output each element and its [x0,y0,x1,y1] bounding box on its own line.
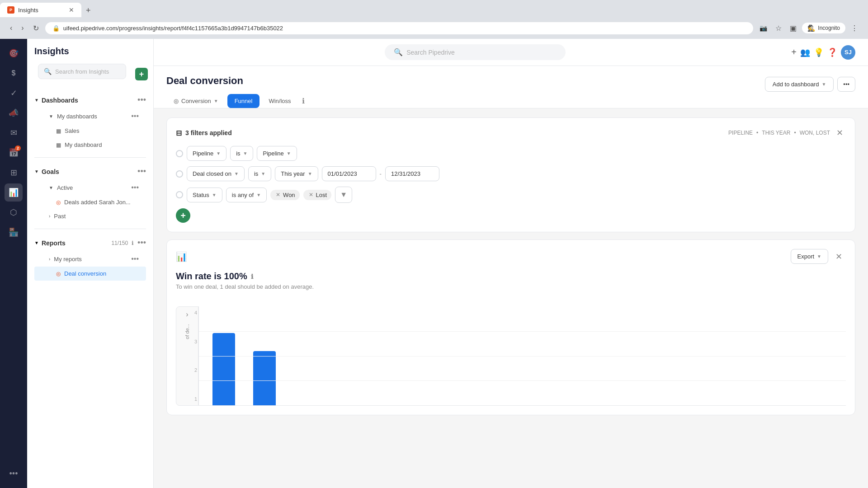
y-axis: 4 3 2 1 [181,306,197,405]
reports-section: ▼ Reports 11/150 ℹ ••• › My reports ••• … [27,233,153,282]
pipeline-operator-select[interactable]: is ▼ [230,146,253,161]
tab-conversion[interactable]: ◎ Conversion ▼ [166,94,226,108]
date-from-input[interactable]: 01/01/2023 [322,166,376,181]
clear-filters-button[interactable]: ✕ [834,127,846,139]
my-dashboard-item[interactable]: ▦ My dashboard [34,138,146,152]
my-reports-item[interactable]: › My reports ••• [34,251,146,267]
goals-more-icon[interactable]: ••• [137,167,146,176]
url-bar[interactable]: 🔒 uifeed.pipedrive.com/progress/insights… [45,22,754,34]
star-btn[interactable]: ☆ [773,22,784,34]
sales-dashboard-item[interactable]: ▦ Sales [34,124,146,138]
sidebar-item-inbox[interactable]: ⊞ [5,164,23,182]
status-field-select[interactable]: Status ▼ [187,188,222,202]
more-options-button[interactable]: ••• [837,77,855,92]
help-icon-btn[interactable]: ❓ [827,47,837,57]
add-filter-button[interactable]: + [176,208,190,223]
win-rate-section: Win rate is 100% ℹ To win one deal, 1 de… [176,271,846,290]
lost-chip-remove[interactable]: ✕ [308,192,314,198]
sidebar-item-reports[interactable]: 📊 [5,183,23,202]
global-search-bar[interactable]: 🔍 Search Pipedrive [385,44,566,60]
goals-section-header[interactable]: ▼ Goals ••• [27,163,153,180]
dashboards-more-icon[interactable]: ••• [137,95,146,105]
my-dashboards-more-icon[interactable]: ••• [131,112,139,120]
sidebar-item-more[interactable]: ••• [5,465,23,483]
grid-icon: ▦ [56,128,61,134]
date-to-input[interactable]: 12/31/2023 [385,166,439,181]
active-tab[interactable]: P Insights ✕ [0,3,81,17]
status-operator-select[interactable]: is any of ▼ [226,188,267,202]
tab-winloss[interactable]: Win/loss [261,94,298,108]
tab-close-btn[interactable]: ✕ [69,6,74,14]
reports-section-toggle[interactable]: ▼ Reports [34,239,66,247]
date-preset-select[interactable]: This year ▼ [275,166,318,181]
reload-button[interactable]: ↻ [30,22,42,34]
status-chevron: ▼ [212,192,217,197]
user-avatar[interactable]: SJ [841,45,855,60]
camera-btn[interactable]: 📷 [757,23,770,33]
reports-info-icon[interactable]: ℹ [132,240,134,246]
filter-radio-2[interactable] [176,170,183,178]
filters-card: ⊟ 3 filters applied PIPELINE • THIS YEAR… [166,117,855,232]
deal-closed-operator-select[interactable]: is ▼ [248,166,271,181]
reports-title: Reports [42,239,66,247]
target-icon: 🎯 [9,48,19,58]
forward-button[interactable]: › [19,22,26,34]
nav-title: Insights [34,46,69,56]
sidebar-item-store[interactable]: 🏪 [5,223,23,241]
back-button[interactable]: ‹ [7,22,15,34]
users-icon-btn[interactable]: 👥 [800,47,810,57]
sidebar-item-cube[interactable]: ⬡ [5,203,23,221]
bulb-icon-btn[interactable]: 💡 [814,47,824,57]
content-header: Deal conversion Add to dashboard ▼ ••• ◎… [154,66,868,108]
sidebar-item-megaphone[interactable]: 📣 [5,104,23,122]
date-separator: - [380,170,382,177]
sidebar-item-mail[interactable]: ✉ [5,124,23,142]
sidebar-item-dollar[interactable]: $ [5,64,23,82]
deal-closed-field-select[interactable]: Deal closed on ▼ [187,166,245,181]
add-global-button[interactable]: + [791,47,797,57]
filter-funnel-icon: ⊟ [176,129,182,137]
dashboards-section-header[interactable]: ▼ Dashboards ••• [27,92,153,108]
goals-title: ▼ Goals [34,168,59,175]
deal-closed-chevron: ▼ [234,171,239,176]
sidebar-item-target[interactable]: 🎯 [5,44,23,62]
status-more-dropdown[interactable]: ▼ [335,187,352,203]
target-report-icon: ◎ [56,271,61,277]
active-goals-item[interactable]: ▼ Active ••• [34,180,146,195]
filter-radio-3[interactable] [176,191,183,198]
menu-btn[interactable]: ⋮ [848,22,861,34]
deals-added-item[interactable]: ◎ Deals added Sarah Jon... [34,195,146,209]
filter-radio-1[interactable] [176,150,183,157]
filter-dot-1: • [756,130,758,136]
win-rate-info-icon[interactable]: ℹ [251,273,253,280]
pipeline-field-select[interactable]: Pipeline ▼ [187,146,226,161]
sidebar-btn[interactable]: ▣ [787,22,799,34]
sidebar-item-check[interactable]: ✓ [5,84,23,102]
active-more-icon[interactable]: ••• [131,183,139,192]
my-reports-more-icon[interactable]: ••• [131,255,139,263]
tabs-row: ◎ Conversion ▼ Funnel Win/loss ℹ [166,94,855,108]
new-tab-button[interactable]: + [81,4,95,17]
reports-icon: 📊 [9,188,19,197]
won-chip-remove[interactable]: ✕ [275,192,281,198]
chart-close-button[interactable]: ✕ [832,250,846,263]
filter-count: ⊟ 3 filters applied [176,129,232,137]
win-rate-subtitle: To win one deal, 1 deal should be added … [176,283,846,290]
tab-funnel[interactable]: Funnel [227,94,260,108]
megaphone-icon: 📣 [9,108,19,118]
filter-row-3: Status ▼ is any of ▼ ✕ Won ✕ Lost [176,187,846,203]
sidebar-item-calendar[interactable]: 📅 2 [5,144,23,162]
my-dashboards-item[interactable]: ▼ My dashboards ••• [34,108,146,124]
add-item-button[interactable]: + [135,68,148,80]
browser-chrome: P Insights ✕ + ‹ › ↻ 🔒 uifeed.pipedrive.… [0,0,868,39]
app-topbar: 🔍 Search Pipedrive + 👥 💡 ❓ SJ [154,39,868,66]
pipeline-value-select[interactable]: Pipeline ▼ [257,146,297,161]
insights-search-bar[interactable]: 🔍 Search from Insights [38,64,126,79]
chevron-down-icon-goals: ▼ [34,169,39,174]
add-to-dashboard-button[interactable]: Add to dashboard ▼ [765,77,834,92]
reports-more-icon[interactable]: ••• [137,238,146,248]
past-goals-item[interactable]: › Past [34,209,146,223]
tab-info-button[interactable]: ℹ [300,95,307,107]
export-button[interactable]: Export ▼ [791,249,828,264]
deal-conversion-item[interactable]: ◎ Deal conversion [34,267,146,281]
